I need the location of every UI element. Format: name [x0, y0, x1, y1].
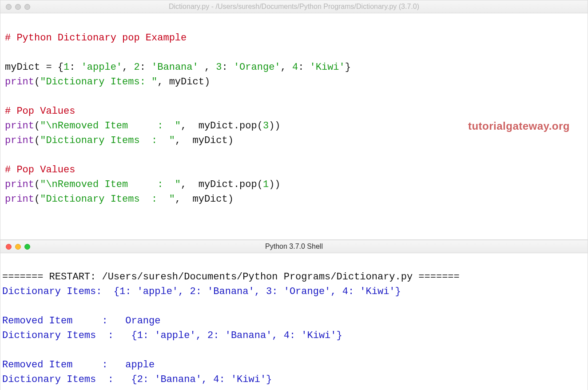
zoom-icon[interactable]: [24, 244, 30, 250]
shell-output: Dictionary Items : {1: 'apple', 2: 'Bana…: [2, 330, 342, 341]
minimize-icon[interactable]: [15, 4, 21, 10]
shell-output: Dictionary Items: {1: 'apple', 2: 'Banan…: [2, 286, 401, 297]
shell-content[interactable]: ======= RESTART: /Users/suresh/Documents…: [0, 253, 588, 390]
shell-output: Dictionary Items : {2: 'Banana', 4: 'Kiw…: [2, 374, 272, 385]
shell-output: Removed Item : apple: [2, 359, 155, 370]
watermark-text: tutorialgateway.org: [468, 118, 570, 134]
traffic-lights: [0, 244, 30, 250]
zoom-icon[interactable]: [24, 4, 30, 10]
close-icon[interactable]: [6, 4, 12, 10]
code-comment: # Pop Values: [5, 106, 75, 117]
code-text: myDict: [5, 62, 46, 73]
traffic-lights: [0, 4, 30, 10]
shell-title: Python 3.7.0 Shell: [0, 243, 588, 251]
restart-banner: ======= RESTART: /Users/suresh/Documents…: [2, 271, 460, 283]
minimize-icon[interactable]: [15, 244, 21, 250]
shell-window: Python 3.7.0 Shell ======= RESTART: /Use…: [0, 240, 588, 390]
shell-titlebar: Python 3.7.0 Shell: [0, 240, 588, 253]
editor-content[interactable]: # Python Dictionary pop Example myDict =…: [0, 13, 588, 239]
editor-titlebar: Dictionary.py - /Users/suresh/Documents/…: [0, 0, 588, 13]
print-kw: print: [5, 76, 34, 88]
close-icon[interactable]: [6, 244, 12, 250]
editor-title: Dictionary.py - /Users/suresh/Documents/…: [0, 3, 588, 11]
shell-output: Removed Item : Orange: [2, 315, 160, 326]
code-comment: # Pop Values: [5, 164, 75, 175]
editor-window: Dictionary.py - /Users/suresh/Documents/…: [0, 0, 588, 240]
code-comment: # Python Dictionary pop Example: [5, 32, 187, 44]
